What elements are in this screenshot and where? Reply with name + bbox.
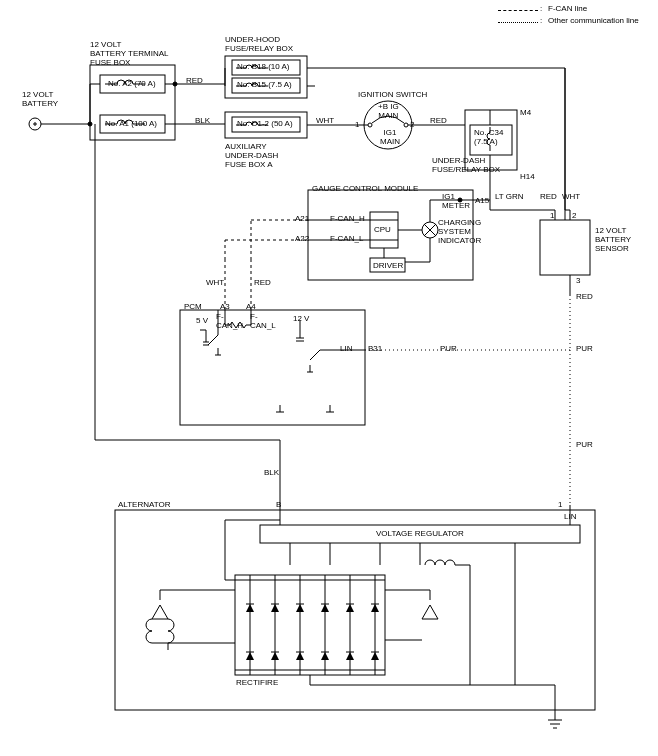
pin-a3: A3 <box>220 302 230 311</box>
svg-marker-118 <box>296 652 304 660</box>
ignition-pin-2: 2 <box>410 120 414 129</box>
pin-a15: A15 <box>475 196 489 205</box>
underdash-box-label: UNDER-DASH FUSE/RELAY BOX <box>432 156 500 174</box>
pcm-5v: 5 V <box>196 316 208 325</box>
sensor-pin-2: 2 <box>572 211 576 220</box>
wire-pur-1: PUR <box>440 344 457 353</box>
alternator-title: ALTERNATOR <box>118 500 170 509</box>
ignition-ig1: IG1 MAIN <box>380 128 400 146</box>
wire-blk-1: BLK <box>195 116 210 125</box>
alternator-lin-pin: 1 <box>558 500 562 509</box>
pcm-lin: LIN <box>340 344 352 353</box>
wire-blk-2: BLK <box>264 468 279 477</box>
underhood-box-label: UNDER-HOOD FUSE/RELAY BOX <box>225 35 293 53</box>
fuse-b18: No. B18 (10 A) <box>237 62 289 71</box>
sensor-pin-3: 3 <box>576 276 580 285</box>
pin-a22: A22 <box>295 234 309 243</box>
gauge-ig1-meter: IG1 METER <box>442 192 470 210</box>
wire-wht-1: WHT <box>316 116 334 125</box>
ignition-pin-1: 1 <box>355 120 359 129</box>
svg-point-26 <box>404 123 408 127</box>
wire-ltgrn: LT GRN <box>495 192 524 201</box>
gauge-cpu: CPU <box>374 225 391 234</box>
wire-red-2: RED <box>430 116 447 125</box>
pin-a4: A4 <box>246 302 256 311</box>
ignition-plus-b: +B IG MAIN <box>378 102 399 120</box>
wire-red-4: RED <box>254 278 271 287</box>
wire-wht-3: WHT <box>562 192 580 201</box>
fuse-b15: No. B15 (7.5 A) <box>237 80 292 89</box>
voltage-regulator: VOLTAGE REGULATOR <box>376 529 464 538</box>
wire-red-wht: RED <box>540 192 557 201</box>
fuse-a2: No. A2 (70 A) <box>108 79 156 88</box>
svg-marker-133 <box>371 652 379 660</box>
battery-sensor-label: 12 VOLT BATTERY SENSOR <box>595 226 631 253</box>
svg-point-11 <box>173 82 177 86</box>
battery-label: 12 VOLT BATTERY <box>22 90 58 108</box>
svg-marker-106 <box>246 604 254 612</box>
svg-marker-121 <box>321 604 329 612</box>
svg-marker-111 <box>271 604 279 612</box>
pcm-fcan-h: F- CAN_H <box>216 312 243 330</box>
svg-rect-0 <box>90 65 175 140</box>
gauge-driver: DRIVER <box>373 261 403 270</box>
wire-pur-3: PUR <box>576 440 593 449</box>
fuse-a1: No. A1 (100 A) <box>105 119 157 128</box>
svg-marker-108 <box>246 652 254 660</box>
pcm-fcan-l: F- CAN_L <box>250 312 276 330</box>
pin-h14: H14 <box>520 172 535 181</box>
pcm-title: PCM <box>184 302 202 311</box>
svg-rect-55 <box>540 220 590 275</box>
svg-marker-116 <box>296 604 304 612</box>
alternator-lin: LIN <box>564 512 576 521</box>
pin-m4: M4 <box>520 108 531 117</box>
svg-marker-126 <box>346 604 354 612</box>
wire-pur-2: PUR <box>576 344 593 353</box>
sensor-pin-1: 1 <box>550 211 554 220</box>
rectifier-label: RECTIFIRE <box>236 678 278 687</box>
alternator-b: B <box>276 500 281 509</box>
svg-marker-113 <box>271 652 279 660</box>
svg-rect-92 <box>115 510 595 710</box>
aux-underdash-label: AUXILIARY UNDER-DASH FUSE BOX A <box>225 142 278 169</box>
ignition-switch-label: IGNITION SWITCH <box>358 90 427 99</box>
wire-wht-2: WHT <box>206 278 224 287</box>
pin-a21: A21 <box>295 214 309 223</box>
gauge-fcan-h: F-CAN_H <box>330 214 365 223</box>
pin-b31: B31 <box>368 344 382 353</box>
svg-point-25 <box>368 123 372 127</box>
svg-marker-128 <box>346 652 354 660</box>
wiring-svg <box>0 0 658 756</box>
svg-marker-123 <box>321 652 329 660</box>
wire-red-1: RED <box>186 76 203 85</box>
svg-rect-104 <box>235 575 385 675</box>
svg-marker-131 <box>371 604 379 612</box>
gauge-charging: CHARGING SYSTEM INDICATOR <box>438 218 481 245</box>
wire-red-3: RED <box>576 292 593 301</box>
fuse-c34: No. C34 (7.5 A) <box>474 128 503 146</box>
pcm-12v: 12 V <box>293 314 309 323</box>
battery-terminal-box-label: 12 VOLT BATTERY TERMINAL FUSE BOX <box>90 40 169 67</box>
gauge-fcan-l: F-CAN_L <box>330 234 363 243</box>
gauge-module-title: GAUGE CONTROL MODULE <box>312 184 418 193</box>
fuse-d12: No. D1-2 (50 A) <box>237 119 293 128</box>
